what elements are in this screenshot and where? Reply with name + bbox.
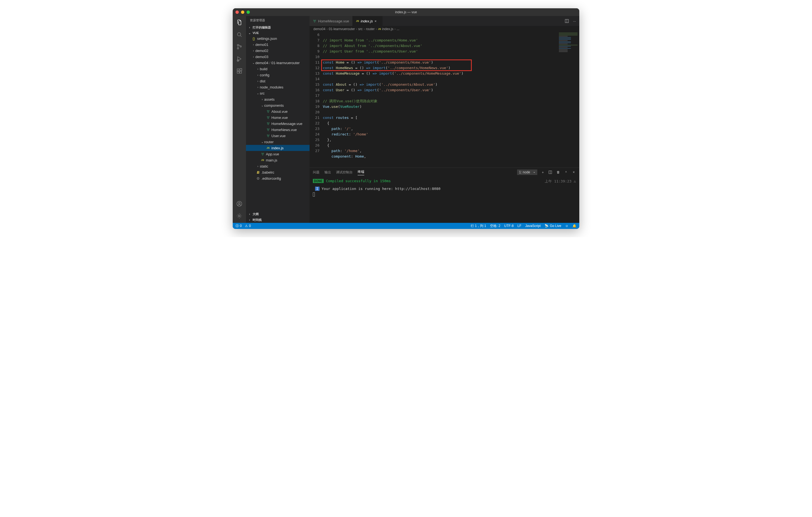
broadcast-icon: 📡 [545,224,549,228]
explorer-sidebar: 资源管理器 ›打开的编辑器 ⌄VUE {}settings.json ›demo… [246,16,310,223]
tree-folder-demo02[interactable]: ›demo02 [246,48,310,54]
tab-index-js[interactable]: JSindex.js× [353,16,382,26]
svg-rect-5 [237,69,239,71]
maximize-window-button[interactable] [246,10,250,14]
svg-rect-8 [240,68,242,70]
svg-point-2 [237,48,239,49]
tree-folder-assets[interactable]: ›assets [246,96,310,102]
tree-folder-dist[interactable]: ›dist [246,78,310,84]
settings-gear-icon[interactable] [236,212,243,220]
svg-point-1 [237,45,239,46]
tree-file-main-js[interactable]: JSmain.js [246,157,310,163]
tree-folder-components[interactable]: ⌄components [246,102,310,108]
tree-folder-demo04[interactable]: ⌄demo04 / 01-learnvuerouter [246,60,310,66]
error-icon: ⓧ [235,224,239,228]
status-bar: ⓧ0 ⚠0 行 1，列 1 空格: 2 UTF-8 LF JavaScript … [233,223,579,229]
warning-icon: ⚠ [574,178,576,184]
more-actions-icon[interactable]: ··· [573,19,576,23]
tree-file-home-vue[interactable]: ⩔Home.vue [246,114,310,120]
tree-file-homenews-vue[interactable]: ⩔HomeNews.vue [246,126,310,133]
tree-folder-static[interactable]: ›static [246,163,310,169]
terminal-cursor [313,193,315,197]
status-language[interactable]: JavaScript [525,224,541,228]
vscode-window: index.js — vue [233,8,579,229]
panel-tab-terminal[interactable]: 终端 [358,170,364,175]
tree-file-user-vue[interactable]: ⩔User.vue [246,133,310,139]
extensions-icon[interactable] [236,67,243,75]
timeline-section[interactable]: ›时间线 [246,217,310,223]
status-ln-col[interactable]: 行 1，列 1 [471,224,486,228]
outline-section[interactable]: ›大纲 [246,211,310,217]
split-editor-icon[interactable] [564,19,569,23]
tree-file-about-vue[interactable]: ⩔About.vue [246,108,310,114]
svg-point-0 [237,33,241,36]
line-gutter: 6789101112131415161718192021222324252627 [310,32,323,168]
tree-folder-node-modules[interactable]: ›node_modules [246,84,310,90]
tree-folder-build[interactable]: ›build [246,66,310,72]
maximize-panel-icon[interactable]: ＾ [564,170,568,175]
breadcrumb[interactable]: demo04› 01-learnvuerouter› src› router› … [310,26,579,32]
tree-file-index-js[interactable]: JSindex.js [246,145,310,151]
bottom-panel: 问题 输出 调试控制台 终端 1: node ＋ 🗑 ＾ × DONE Comp… [310,168,579,223]
editor-group: ⩔HomeMessage.vue JSindex.js× ··· demo04›… [310,16,579,223]
tree-file-editorconfig[interactable]: ⚙.editorconfig [246,175,310,181]
status-errors[interactable]: ⓧ0 ⚠0 [235,224,251,228]
explorer-icon[interactable] [236,19,243,26]
tree-folder-router[interactable]: ⌄router [246,139,310,145]
svg-rect-6 [237,71,239,73]
tree-folder-demo01[interactable]: ›demo01 [246,41,310,48]
folder-section[interactable]: ⌄VUE [246,30,310,35]
panel-tab-problems[interactable]: 问题 [313,170,319,175]
file-tree: {}settings.json ›demo01 ›demo02 ›demo03 … [246,35,310,211]
accounts-icon[interactable] [236,200,243,207]
tree-folder-config[interactable]: ›config [246,72,310,78]
code-editor[interactable]: 6789101112131415161718192021222324252627… [310,32,579,168]
minimap[interactable] [557,32,579,82]
new-terminal-icon[interactable]: ＋ [541,170,545,175]
status-feedback-icon[interactable]: ☺ [565,224,569,228]
source-control-icon[interactable] [236,43,243,50]
split-terminal-icon[interactable] [548,170,553,174]
titlebar: index.js — vue [233,8,579,16]
panel-tab-output[interactable]: 输出 [324,170,331,175]
activity-bar [233,16,246,223]
tree-folder-src[interactable]: ⌄src [246,90,310,96]
status-go-live[interactable]: 📡Go Live [545,224,561,228]
close-window-button[interactable] [235,10,239,14]
tab-homemessage[interactable]: ⩔HomeMessage.vue [310,16,353,26]
minimize-window-button[interactable] [241,10,244,14]
tree-folder-demo03[interactable]: ›demo03 [246,54,310,60]
status-bell-icon[interactable]: 🔔 [572,224,577,228]
terminal-output[interactable]: DONE Compiled successfully in 150ms上午 11… [310,177,579,223]
warning-icon: ⚠ [245,224,248,228]
search-icon[interactable] [236,31,243,38]
tree-file-homemessage-vue[interactable]: ⩔HomeMessage.vue [246,120,310,126]
panel-tabs: 问题 输出 调试控制台 终端 1: node ＋ 🗑 ＾ × [310,168,579,177]
svg-point-10 [238,202,240,204]
status-encoding[interactable]: UTF-8 [504,224,514,228]
run-debug-icon[interactable] [236,55,243,62]
tree-file-app-vue[interactable]: ⩔App.vue [246,151,310,157]
tree-file-settings[interactable]: {}settings.json [246,35,310,41]
status-spaces[interactable]: 空格: 2 [490,224,500,228]
tree-file-babelrc[interactable]: B.babelrc [246,169,310,175]
window-controls [235,10,250,14]
terminal-selector[interactable]: 1: node [517,170,537,175]
kill-terminal-icon[interactable]: 🗑 [556,170,560,174]
close-tab-icon[interactable]: × [375,19,379,23]
svg-point-11 [238,215,240,217]
editor-tabs: ⩔HomeMessage.vue JSindex.js× ··· [310,16,579,26]
window-title: index.js — vue [233,10,579,14]
svg-rect-7 [240,71,241,73]
status-eol[interactable]: LF [517,224,521,228]
sidebar-title: 资源管理器 [246,16,310,25]
code-content[interactable]: // import Home from '../components/Home.… [323,32,579,168]
open-editors-section[interactable]: ›打开的编辑器 [246,25,310,30]
close-panel-icon[interactable]: × [572,170,576,174]
panel-tab-debug[interactable]: 调试控制台 [336,170,353,175]
